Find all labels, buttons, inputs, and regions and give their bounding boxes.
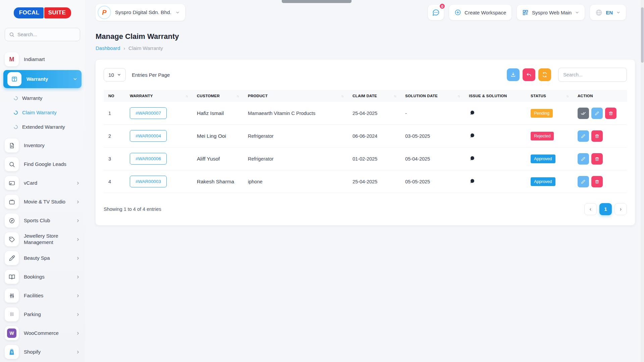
sort-icon[interactable]: ↑↓ — [566, 94, 570, 98]
approve-button[interactable] — [578, 108, 589, 119]
language-selector[interactable]: EN — [590, 5, 626, 20]
warranty-number-button[interactable]: #WAR00007 — [130, 107, 167, 119]
delete-button[interactable] — [591, 153, 603, 165]
brand-focal: FOCAL — [14, 7, 44, 18]
trash-icon — [595, 157, 599, 161]
syspro-logo: P — [102, 9, 106, 16]
sidebar-item-warranty-sub[interactable]: Warranty — [0, 91, 85, 105]
breadcrumb-dashboard-link[interactable]: Dashboard — [96, 45, 120, 51]
status-badge: Approved — [531, 177, 555, 186]
delete-button[interactable] — [591, 176, 603, 187]
sort-icon[interactable]: ↑↓ — [185, 94, 189, 98]
workspace-name: Syspro Digital Sdn. Bhd. — [115, 9, 171, 15]
column-header-warranty: WARRANTY — [130, 94, 153, 98]
sidebar-item-beauty-spa[interactable]: Beauty Spa — [0, 249, 85, 267]
sidebar-item-sports-club[interactable]: Sports Club — [0, 211, 85, 230]
cell-claim-date: 25-04-2025 — [348, 170, 400, 193]
sidebar-item-parking[interactable]: Parking — [0, 305, 85, 324]
table-row: 3 #WAR00006 Aliff Yusof Refrigerator 01-… — [104, 147, 627, 170]
sidebar-item-find-google-leads[interactable]: Find Google Leads — [0, 155, 85, 174]
scrollbar-thumb[interactable] — [641, 7, 644, 63]
sidebar-item-warranty[interactable]: Warranty — [3, 70, 82, 88]
status-badge: Approved — [531, 155, 555, 163]
table-row: 1 #WAR00007 Hafiz Ismail Mamaearth Vitam… — [104, 102, 627, 125]
breadcrumb-current: Claim Warranty — [128, 45, 163, 51]
warranty-number-button[interactable]: #WAR00003 — [130, 176, 167, 187]
undo-button[interactable] — [523, 68, 535, 81]
sidebar-item-bookings[interactable]: Bookings — [0, 267, 85, 286]
workspace-selector[interactable]: P Syspro Digital Sdn. Bhd. — [96, 4, 185, 21]
refresh-button[interactable] — [538, 68, 551, 81]
trash-icon — [608, 111, 613, 116]
edit-button[interactable] — [578, 130, 589, 142]
table-row: 4 #WAR00003 Rakesh Sharma iphone 25-04-2… — [104, 170, 627, 193]
pencil-icon — [581, 134, 586, 138]
indiamart-icon: M — [5, 52, 19, 66]
sidebar-item-woocommerce[interactable]: W WooCommerce — [0, 324, 85, 343]
sidebar-item-movie-tv-studio[interactable]: Movie & TV Studio — [0, 192, 85, 211]
issue-comment-icon[interactable] — [469, 133, 475, 138]
sidebar-search[interactable] — [5, 28, 80, 41]
warranty-number-button[interactable]: #WAR00004 — [130, 130, 167, 142]
row-actions — [578, 176, 624, 187]
chevron-right-icon — [76, 237, 80, 242]
sidebar-item-label: Facilities — [24, 293, 43, 299]
delete-button[interactable] — [591, 130, 603, 142]
chevron-down-icon — [73, 77, 77, 81]
sidebar-search-input[interactable] — [17, 32, 76, 37]
browser-top-handle — [282, 0, 352, 3]
cell-solution-date: 05-05-2025 — [400, 170, 464, 193]
messages-button[interactable]: 0 — [428, 5, 444, 20]
chevron-right-icon — [76, 181, 80, 185]
delete-button[interactable] — [605, 108, 616, 119]
sort-icon[interactable]: ↑↓ — [341, 94, 344, 98]
export-download-button[interactable] — [507, 68, 520, 81]
sidebar-item-jewellery-store[interactable]: Jewellery Store Management — [0, 230, 85, 249]
issue-comment-icon[interactable] — [469, 110, 475, 116]
column-header-product: PRODUCT — [248, 94, 268, 98]
sort-icon[interactable]: ↑↓ — [236, 94, 240, 98]
pagination-next-button[interactable]: › — [614, 203, 627, 215]
ring-icon — [13, 124, 19, 130]
edit-button[interactable] — [591, 108, 603, 119]
column-header-status: STATUS — [531, 94, 546, 98]
create-workspace-button[interactable]: Create Workspace — [449, 5, 512, 20]
brush-icon — [5, 251, 19, 265]
pencil-icon — [581, 179, 586, 184]
sidebar-item-label: Warranty — [26, 76, 48, 82]
table-search-input[interactable] — [558, 68, 627, 82]
edit-button[interactable] — [578, 176, 589, 187]
scrollbar-track[interactable] — [641, 0, 644, 362]
sidebar-item-extended-warranty[interactable]: Extended Warranty — [0, 120, 85, 134]
status-badge: Pending — [531, 109, 553, 118]
sidebar-item-vcard[interactable]: vCard — [0, 174, 85, 192]
sidebar-item-indiamart[interactable]: M Indiamart — [0, 50, 85, 69]
issue-comment-icon[interactable] — [469, 156, 475, 161]
pagination-page-1[interactable]: 1 — [599, 203, 612, 215]
plus-circle-icon — [454, 9, 461, 16]
pagination: ‹ 1 › — [584, 203, 627, 215]
cell-product: Refrigerator — [243, 125, 348, 147]
app-selector[interactable]: Syspro Web Main — [517, 5, 585, 20]
app-selector-label: Syspro Web Main — [532, 10, 572, 15]
cell-no: 4 — [104, 170, 125, 193]
sidebar-item-label: WooCommerce — [24, 330, 59, 337]
pagination-prev-button[interactable]: ‹ — [584, 203, 597, 215]
sidebar-item-shopify[interactable]: S Shopify — [0, 343, 85, 361]
column-header-customer: CUSTOMER — [197, 94, 220, 98]
sort-icon[interactable]: ↑↓ — [458, 94, 461, 98]
sidebar-item-claim-warranty[interactable]: Claim Warranty — [0, 105, 85, 120]
issue-comment-icon[interactable] — [469, 178, 475, 184]
sidebar-item-facilities[interactable]: Facilities — [0, 286, 85, 305]
sidebar-item-inventory[interactable]: Inventory — [0, 136, 85, 155]
edit-button[interactable] — [578, 153, 589, 165]
cell-customer: Mei Ling Ooi — [192, 125, 243, 147]
warranty-number-button[interactable]: #WAR00006 — [130, 153, 167, 165]
sort-icon[interactable]: ↑↓ — [394, 94, 397, 98]
entries-per-page-select[interactable]: 10 — [104, 68, 126, 81]
column-header-solution-date: SOLUTION DATE — [405, 94, 438, 98]
refresh-icon — [542, 72, 547, 77]
sidebar-item-label: Shopify — [24, 349, 41, 355]
globe-icon — [595, 9, 602, 16]
sidebar-item-label: Bookings — [24, 274, 45, 280]
